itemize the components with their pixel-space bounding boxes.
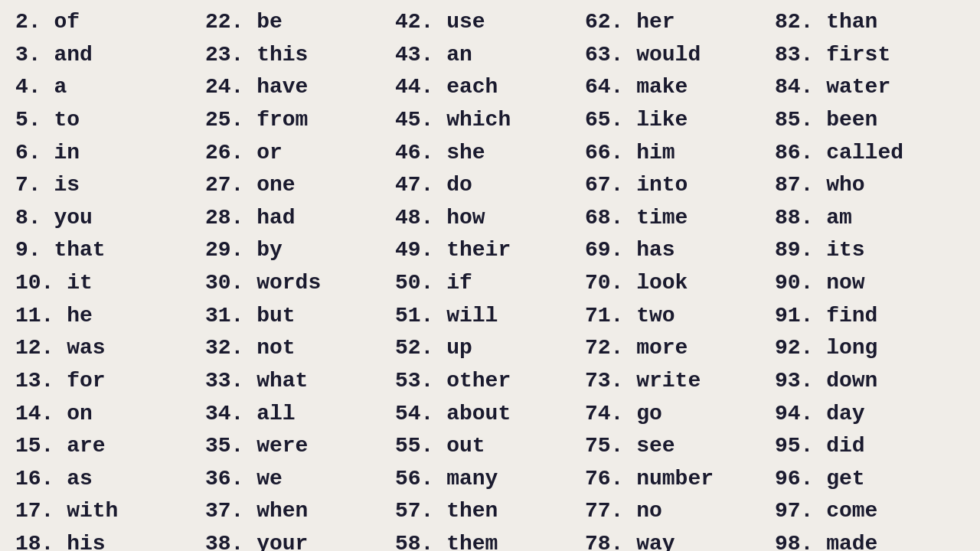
list-item: 37. when (205, 495, 395, 528)
list-item: 42. use (395, 6, 585, 39)
list-item: 77. no (585, 495, 775, 528)
list-item: 35. were (205, 430, 395, 463)
list-item: 93. down (775, 365, 965, 398)
list-item: 43. an (395, 39, 585, 72)
list-item: 65. like (585, 104, 775, 137)
list-item: 55. out (395, 430, 585, 463)
list-item: 86. called (775, 137, 965, 170)
list-item: 24. have (205, 71, 395, 104)
list-item: 7. is (15, 169, 205, 202)
list-item: 18. his (15, 528, 205, 551)
list-item: 95. did (775, 430, 965, 463)
list-item: 30. words (205, 267, 395, 300)
list-item: 91. find (775, 300, 965, 333)
list-item: 66. him (585, 137, 775, 170)
list-item: 54. about (395, 398, 585, 431)
list-item: 84. water (775, 71, 965, 104)
list-item: 56. many (395, 463, 585, 496)
list-item: 52. up (395, 332, 585, 365)
list-item: 26. or (205, 137, 395, 170)
list-item: 14. on (15, 398, 205, 431)
list-item: 58. them (395, 528, 585, 551)
list-item: 51. will (395, 300, 585, 333)
list-item: 70. look (585, 267, 775, 300)
list-item: 16. as (15, 463, 205, 496)
list-item: 23. this (205, 39, 395, 72)
list-item: 67. into (585, 169, 775, 202)
list-item: 85. been (775, 104, 965, 137)
word-list: 2. of3. and4. a5. to6. in7. is8. you9. t… (0, 0, 980, 551)
column-3: 42. use43. an44. each45. which46. she47.… (395, 6, 585, 551)
list-item: 78. way (585, 528, 775, 551)
list-item: 36. we (205, 463, 395, 496)
list-item: 17. with (15, 495, 205, 528)
list-item: 94. day (775, 398, 965, 431)
list-item: 88. am (775, 202, 965, 235)
list-item: 8. you (15, 202, 205, 235)
list-item: 15. are (15, 430, 205, 463)
list-item: 68. time (585, 202, 775, 235)
list-item: 10. it (15, 267, 205, 300)
list-item: 28. had (205, 202, 395, 235)
list-item: 33. what (205, 365, 395, 398)
list-item: 49. their (395, 234, 585, 267)
list-item: 44. each (395, 71, 585, 104)
list-item: 27. one (205, 169, 395, 202)
list-item: 69. has (585, 234, 775, 267)
list-item: 11. he (15, 300, 205, 333)
list-item: 6. in (15, 137, 205, 170)
list-item: 74. go (585, 398, 775, 431)
list-item: 73. write (585, 365, 775, 398)
list-item: 47. do (395, 169, 585, 202)
list-item: 25. from (205, 104, 395, 137)
list-item: 75. see (585, 430, 775, 463)
list-item: 63. would (585, 39, 775, 72)
list-item: 31. but (205, 300, 395, 333)
list-item: 38. your (205, 528, 395, 551)
list-item: 3. and (15, 39, 205, 72)
list-item: 96. get (775, 463, 965, 496)
list-item: 34. all (205, 398, 395, 431)
list-item: 89. its (775, 234, 965, 267)
list-item: 2. of (15, 6, 205, 39)
list-item: 97. come (775, 495, 965, 528)
column-2: 22. be23. this24. have25. from26. or27. … (205, 6, 395, 551)
list-item: 45. which (395, 104, 585, 137)
column-4: 62. her63. would64. make65. like66. him6… (585, 6, 775, 551)
list-item: 32. not (205, 332, 395, 365)
list-item: 57. then (395, 495, 585, 528)
list-item: 46. she (395, 137, 585, 170)
list-item: 83. first (775, 39, 965, 72)
column-1: 2. of3. and4. a5. to6. in7. is8. you9. t… (15, 6, 205, 551)
list-item: 71. two (585, 300, 775, 333)
column-5: 82. than83. first84. water85. been86. ca… (775, 6, 965, 551)
list-item: 98. made (775, 528, 965, 551)
list-item: 90. now (775, 267, 965, 300)
list-item: 12. was (15, 332, 205, 365)
list-item: 87. who (775, 169, 965, 202)
list-item: 13. for (15, 365, 205, 398)
list-item: 62. her (585, 6, 775, 39)
list-item: 22. be (205, 6, 395, 39)
list-item: 29. by (205, 234, 395, 267)
list-item: 9. that (15, 234, 205, 267)
list-item: 53. other (395, 365, 585, 398)
list-item: 50. if (395, 267, 585, 300)
list-item: 82. than (775, 6, 965, 39)
list-item: 48. how (395, 202, 585, 235)
list-item: 5. to (15, 104, 205, 137)
list-item: 72. more (585, 332, 775, 365)
list-item: 64. make (585, 71, 775, 104)
list-item: 92. long (775, 332, 965, 365)
list-item: 76. number (585, 463, 775, 496)
list-item: 4. a (15, 71, 205, 104)
